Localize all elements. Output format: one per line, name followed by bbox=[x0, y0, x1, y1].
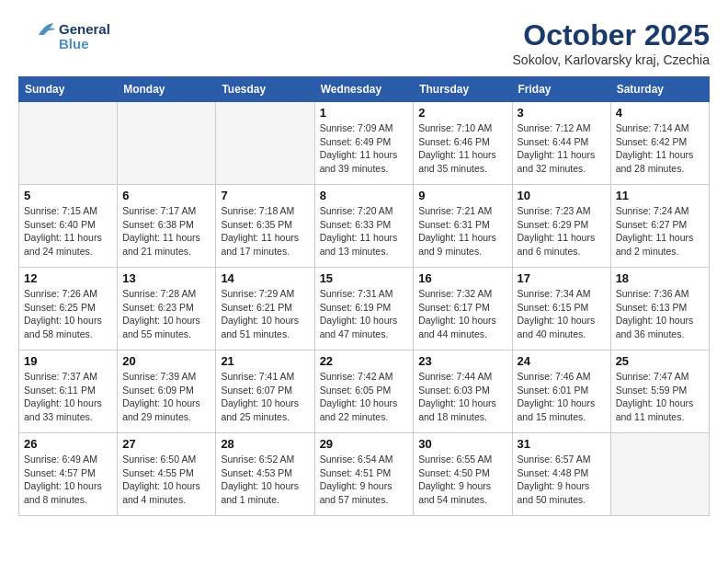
day-info: Sunrise: 6:57 AMSunset: 4:48 PMDaylight:… bbox=[518, 453, 606, 507]
weekday-header: Saturday bbox=[610, 77, 709, 102]
calendar-cell: 26Sunrise: 6:49 AMSunset: 4:57 PMDayligh… bbox=[19, 433, 118, 516]
calendar-cell: 8Sunrise: 7:20 AMSunset: 6:33 PMDaylight… bbox=[314, 185, 414, 268]
location: Sokolov, Karlovarsky kraj, Czechia bbox=[513, 52, 710, 67]
sunset-label: Sunset: 4:50 PM bbox=[418, 467, 490, 478]
daylight-label: Daylight: 10 hours and 29 minutes. bbox=[122, 397, 200, 422]
day-info: Sunrise: 7:18 AMSunset: 6:35 PMDaylight:… bbox=[221, 204, 309, 259]
sunset-label: Sunset: 6:29 PM bbox=[518, 219, 589, 230]
day-info: Sunrise: 7:31 AMSunset: 6:19 PMDaylight:… bbox=[320, 287, 409, 341]
weekday-header: Monday bbox=[118, 77, 216, 102]
day-info: Sunrise: 7:28 AMSunset: 6:23 PMDaylight:… bbox=[122, 287, 210, 341]
sunrise-label: Sunrise: 7:32 AM bbox=[418, 288, 492, 299]
calendar-week-row: 5Sunrise: 7:15 AMSunset: 6:40 PMDaylight… bbox=[19, 185, 710, 268]
sunrise-label: Sunrise: 7:47 AM bbox=[616, 371, 689, 382]
sunset-label: Sunset: 6:17 PM bbox=[418, 302, 490, 313]
daylight-label: Daylight: 11 hours and 9 minutes. bbox=[418, 232, 496, 257]
sunset-label: Sunset: 6:42 PM bbox=[616, 136, 688, 147]
daylight-label: Daylight: 11 hours and 24 minutes. bbox=[24, 232, 102, 257]
daylight-label: Daylight: 10 hours and 15 minutes. bbox=[518, 397, 596, 422]
day-info: Sunrise: 7:21 AMSunset: 6:31 PMDaylight:… bbox=[418, 204, 506, 259]
daylight-label: Daylight: 10 hours and 1 minute. bbox=[221, 480, 299, 505]
day-info: Sunrise: 6:49 AMSunset: 4:57 PMDaylight:… bbox=[24, 453, 112, 507]
calendar-cell: 4Sunrise: 7:14 AMSunset: 6:42 PMDaylight… bbox=[610, 102, 709, 185]
sunset-label: Sunset: 6:44 PM bbox=[518, 136, 589, 147]
calendar-cell: 31Sunrise: 6:57 AMSunset: 4:48 PMDayligh… bbox=[512, 433, 610, 516]
sunrise-label: Sunrise: 7:18 AM bbox=[221, 205, 294, 216]
calendar-week-row: 1Sunrise: 7:09 AMSunset: 6:49 PMDaylight… bbox=[19, 102, 710, 185]
calendar-week-row: 19Sunrise: 7:37 AMSunset: 6:11 PMDayligh… bbox=[19, 350, 710, 433]
day-number: 31 bbox=[518, 437, 606, 451]
sunset-label: Sunset: 6:49 PM bbox=[320, 136, 392, 147]
daylight-label: Daylight: 10 hours and 40 minutes. bbox=[518, 315, 596, 339]
sunset-label: Sunset: 6:21 PM bbox=[221, 302, 292, 313]
calendar-cell: 18Sunrise: 7:36 AMSunset: 6:13 PMDayligh… bbox=[610, 268, 709, 350]
day-info: Sunrise: 7:20 AMSunset: 6:33 PMDaylight:… bbox=[320, 204, 409, 259]
calendar-cell: 19Sunrise: 7:37 AMSunset: 6:11 PMDayligh… bbox=[19, 350, 118, 433]
calendar-cell: 28Sunrise: 6:52 AMSunset: 4:53 PMDayligh… bbox=[216, 433, 314, 516]
day-number: 11 bbox=[616, 189, 704, 202]
sunrise-label: Sunrise: 6:55 AM bbox=[418, 454, 492, 465]
calendar-cell: 21Sunrise: 7:41 AMSunset: 6:07 PMDayligh… bbox=[216, 350, 314, 433]
sunrise-label: Sunrise: 7:12 AM bbox=[518, 122, 591, 133]
calendar-cell: 20Sunrise: 7:39 AMSunset: 6:09 PMDayligh… bbox=[118, 350, 216, 433]
day-info: Sunrise: 7:39 AMSunset: 6:09 PMDaylight:… bbox=[122, 370, 210, 424]
calendar-cell: 17Sunrise: 7:34 AMSunset: 6:15 PMDayligh… bbox=[512, 268, 610, 350]
sunrise-label: Sunrise: 7:14 AM bbox=[616, 122, 689, 133]
day-number: 19 bbox=[24, 354, 112, 368]
day-number: 21 bbox=[221, 354, 309, 368]
sunset-label: Sunset: 6:33 PM bbox=[320, 219, 392, 230]
logo: General Blue bbox=[18, 18, 110, 55]
day-number: 23 bbox=[418, 354, 506, 368]
sunrise-label: Sunrise: 7:41 AM bbox=[221, 371, 294, 382]
sunset-label: Sunset: 4:53 PM bbox=[221, 467, 292, 478]
calendar-cell bbox=[19, 102, 118, 185]
page-header: General Blue October 2025 Sokolov, Karlo… bbox=[18, 18, 710, 67]
sunset-label: Sunset: 4:55 PM bbox=[122, 467, 194, 478]
day-number: 25 bbox=[616, 354, 704, 368]
sunrise-label: Sunrise: 7:36 AM bbox=[616, 288, 689, 299]
day-info: Sunrise: 7:17 AMSunset: 6:38 PMDaylight:… bbox=[122, 204, 210, 259]
sunset-label: Sunset: 4:57 PM bbox=[24, 467, 96, 478]
sunrise-label: Sunrise: 6:52 AM bbox=[221, 454, 294, 465]
daylight-label: Daylight: 9 hours and 54 minutes. bbox=[418, 480, 491, 505]
sunset-label: Sunset: 5:59 PM bbox=[616, 385, 688, 396]
day-info: Sunrise: 7:26 AMSunset: 6:25 PMDaylight:… bbox=[24, 287, 112, 341]
calendar-header-row: SundayMondayTuesdayWednesdayThursdayFrid… bbox=[19, 77, 710, 102]
logo-text: General Blue bbox=[59, 22, 110, 52]
calendar-cell: 13Sunrise: 7:28 AMSunset: 6:23 PMDayligh… bbox=[118, 268, 216, 350]
sunset-label: Sunset: 6:01 PM bbox=[518, 385, 589, 396]
sunrise-label: Sunrise: 7:29 AM bbox=[221, 288, 294, 299]
calendar-cell: 30Sunrise: 6:55 AMSunset: 4:50 PMDayligh… bbox=[414, 433, 512, 516]
calendar-cell: 1Sunrise: 7:09 AMSunset: 6:49 PMDaylight… bbox=[314, 102, 414, 185]
sunset-label: Sunset: 4:51 PM bbox=[320, 467, 392, 478]
day-number: 1 bbox=[320, 106, 409, 120]
day-number: 22 bbox=[320, 354, 409, 368]
day-number: 24 bbox=[518, 354, 606, 368]
calendar-cell: 24Sunrise: 7:46 AMSunset: 6:01 PMDayligh… bbox=[512, 350, 610, 433]
daylight-label: Daylight: 10 hours and 51 minutes. bbox=[221, 315, 299, 339]
day-number: 6 bbox=[122, 189, 210, 202]
day-number: 29 bbox=[320, 437, 409, 451]
calendar-cell: 10Sunrise: 7:23 AMSunset: 6:29 PMDayligh… bbox=[512, 185, 610, 268]
sunrise-label: Sunrise: 7:17 AM bbox=[122, 205, 196, 216]
daylight-label: Daylight: 9 hours and 57 minutes. bbox=[320, 480, 392, 505]
sunrise-label: Sunrise: 7:31 AM bbox=[320, 288, 393, 299]
day-number: 26 bbox=[24, 437, 112, 451]
daylight-label: Daylight: 10 hours and 25 minutes. bbox=[221, 397, 299, 422]
daylight-label: Daylight: 10 hours and 22 minutes. bbox=[320, 397, 398, 422]
sunrise-label: Sunrise: 7:23 AM bbox=[518, 205, 591, 216]
calendar-cell bbox=[118, 102, 216, 185]
calendar-cell: 3Sunrise: 7:12 AMSunset: 6:44 PMDaylight… bbox=[512, 102, 610, 185]
daylight-label: Daylight: 11 hours and 32 minutes. bbox=[518, 149, 596, 174]
daylight-label: Daylight: 11 hours and 39 minutes. bbox=[320, 149, 398, 174]
day-info: Sunrise: 7:46 AMSunset: 6:01 PMDaylight:… bbox=[518, 370, 606, 424]
day-info: Sunrise: 6:50 AMSunset: 4:55 PMDaylight:… bbox=[122, 453, 210, 507]
daylight-label: Daylight: 11 hours and 21 minutes. bbox=[122, 232, 200, 257]
daylight-label: Daylight: 10 hours and 4 minutes. bbox=[122, 480, 200, 505]
day-number: 8 bbox=[320, 189, 409, 202]
day-info: Sunrise: 6:52 AMSunset: 4:53 PMDaylight:… bbox=[221, 453, 309, 507]
day-number: 14 bbox=[221, 271, 309, 285]
daylight-label: Daylight: 9 hours and 50 minutes. bbox=[518, 480, 590, 505]
sunrise-label: Sunrise: 7:10 AM bbox=[418, 122, 492, 133]
day-info: Sunrise: 7:12 AMSunset: 6:44 PMDaylight:… bbox=[518, 121, 606, 176]
